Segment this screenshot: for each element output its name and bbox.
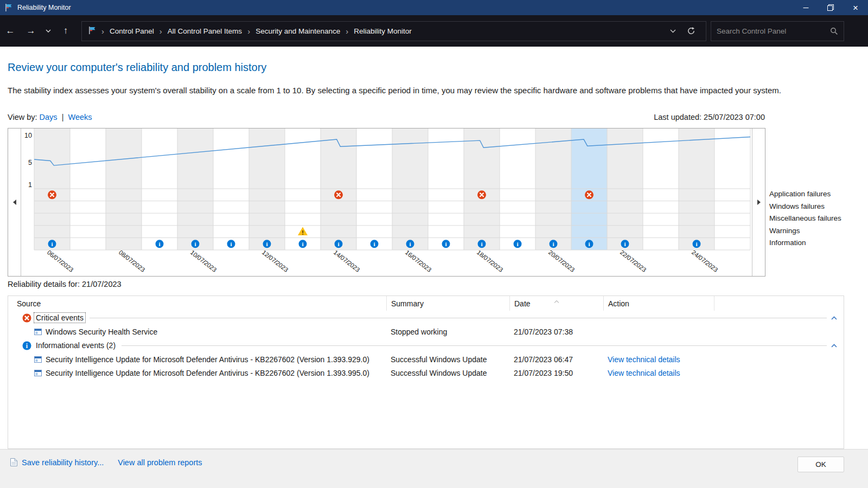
search-icon (830, 27, 838, 35)
application-icon (34, 356, 42, 363)
svg-text:i: i (481, 241, 482, 247)
minimize-icon (803, 5, 809, 11)
last-updated-text: Last updated: 25/07/2023 07:00 (654, 113, 765, 121)
search-input[interactable] (717, 27, 830, 35)
column-header-summary[interactable]: Summary (386, 296, 509, 311)
breadcrumb-separator: › (243, 27, 254, 36)
legend-warnings: Warnings (769, 225, 841, 237)
svg-text:i: i (337, 241, 339, 247)
y-tick: 10 (24, 132, 32, 139)
up-button[interactable]: ↑ (55, 21, 76, 41)
svg-text:i: i (266, 241, 267, 247)
address-dropdown-button[interactable] (663, 22, 682, 40)
view-technical-details-link[interactable]: View technical details (608, 355, 680, 364)
window-title: Reliability Monitor (17, 4, 793, 11)
navigation-bar: ← → ↑ › Control Panel › All Control Pane… (0, 15, 868, 47)
event-row[interactable]: Windows Security Health ServiceStopped w… (8, 325, 844, 338)
save-reliability-history-link[interactable]: Save reliability history... (22, 458, 104, 467)
view-by-weeks-link[interactable]: Weeks (68, 113, 92, 121)
svg-text:i: i (695, 241, 697, 247)
chevron-down-icon (670, 29, 676, 33)
chart-row-legend: Application failures Windows failures Mi… (769, 188, 841, 249)
breadcrumb-separator: › (341, 27, 353, 36)
breadcrumb-reliability-monitor[interactable]: Reliability Monitor (353, 27, 413, 35)
sort-ascending-icon (554, 296, 559, 305)
search-box[interactable] (711, 21, 844, 41)
group-divider (90, 318, 827, 318)
forward-button[interactable]: → (21, 21, 41, 41)
breadcrumb-all-items[interactable]: All Control Panel Items (167, 27, 243, 35)
main-content: Review your computer's reliability and p… (0, 47, 868, 449)
ok-button[interactable]: OK (797, 457, 844, 472)
details-table: Source Summary Date Action Critical even… (8, 296, 844, 449)
event-row[interactable]: Security Intelligence Update for Microso… (8, 366, 844, 380)
collapse-chevron-icon[interactable] (831, 316, 837, 320)
y-tick: 5 (28, 159, 32, 166)
event-group-label[interactable]: Informational events (2) (34, 341, 117, 350)
event-date: 21/07/2023 07:38 (509, 328, 603, 336)
svg-text:i: i (588, 241, 590, 247)
chevron-down-icon (46, 29, 51, 33)
breadcrumb-control-panel[interactable]: Control Panel (108, 27, 155, 35)
details-heading: Reliability details for: 21/07/2023 (8, 280, 122, 288)
svg-text:i: i (302, 241, 303, 247)
collapse-chevron-icon[interactable] (831, 344, 837, 348)
svg-text:10/07/2023: 10/07/2023 (189, 249, 218, 273)
recent-pages-button[interactable] (41, 21, 55, 41)
view-technical-details-link[interactable]: View technical details (608, 369, 680, 377)
back-button[interactable]: ← (0, 21, 21, 41)
svg-text:!: ! (302, 229, 304, 236)
back-icon: ← (6, 25, 15, 36)
svg-text:22/07/2023: 22/07/2023 (619, 249, 648, 273)
forward-icon: → (27, 25, 36, 36)
svg-text:i: i (158, 241, 160, 247)
column-header-action[interactable]: Action (603, 296, 714, 311)
info-icon: i (22, 341, 31, 350)
column-header-empty (714, 296, 844, 311)
svg-text:16/07/2023: 16/07/2023 (404, 249, 433, 273)
application-icon (34, 329, 42, 335)
view-by-separator: | (60, 113, 66, 121)
legend-application-failures: Application failures (769, 188, 841, 201)
event-row[interactable]: Security Intelligence Update for Microso… (8, 352, 844, 366)
legend-windows-failures: Windows failures (769, 201, 841, 213)
chart-scroll-right-button[interactable] (752, 129, 765, 276)
address-bar[interactable]: › Control Panel › All Control Panel Item… (81, 21, 706, 41)
address-flag-icon (87, 26, 97, 36)
chart-scroll-left-button[interactable] (8, 129, 21, 276)
view-by-control: View by: Days | Weeks (8, 113, 92, 121)
legend-information: Information (769, 237, 841, 249)
column-header-date[interactable]: Date (509, 296, 603, 311)
title-bar: Reliability Monitor × (0, 0, 868, 15)
event-group-info[interactable]: iInformational events (2) (8, 338, 844, 352)
svg-text:i: i (624, 241, 626, 247)
minimize-button[interactable] (793, 0, 818, 15)
close-button[interactable]: × (843, 0, 868, 15)
legend-miscellaneous-failures: Miscellaneous failures (769, 213, 841, 225)
svg-text:i: i (194, 241, 196, 247)
svg-text:i: i (552, 241, 554, 247)
refresh-button[interactable] (682, 22, 700, 40)
view-by-days-link[interactable]: Days (40, 113, 58, 121)
breadcrumb-security-maintenance[interactable]: Security and Maintenance (254, 27, 341, 35)
column-header-source[interactable]: Source (8, 296, 386, 311)
stability-y-axis: 10 5 1 (21, 129, 34, 276)
details-table-header: Source Summary Date Action (8, 296, 844, 311)
svg-text:i: i (230, 241, 232, 247)
details-rows: Critical eventsWindows Security Health S… (8, 311, 844, 380)
breadcrumb-separator: › (97, 27, 108, 36)
column-header-date-label: Date (514, 299, 531, 308)
scroll-left-icon (13, 200, 16, 205)
svg-text:14/07/2023: 14/07/2023 (333, 249, 361, 273)
svg-text:12/07/2023: 12/07/2023 (261, 249, 290, 273)
event-summary: Successful Windows Update (386, 355, 509, 364)
restore-button[interactable] (818, 0, 843, 15)
svg-text:06/07/2023: 06/07/2023 (46, 249, 75, 273)
view-all-problem-reports-link[interactable]: View all problem reports (118, 458, 202, 467)
event-group-critical[interactable]: Critical events (8, 311, 844, 325)
page-description: The stability index assesses your system… (8, 86, 859, 95)
event-group-label[interactable]: Critical events (34, 313, 85, 323)
event-source: Windows Security Health Service (46, 328, 157, 336)
event-date: 21/07/2023 19:50 (509, 369, 603, 377)
reliability-chart[interactable]: !iiiiiiiiiiiiiiii06/07/202308/07/202310/… (34, 129, 750, 277)
